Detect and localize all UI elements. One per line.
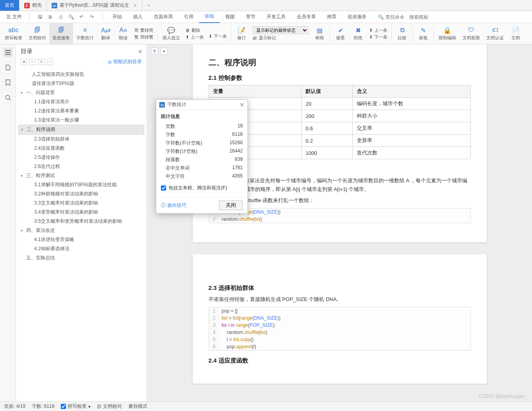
expand-all-icon[interactable]: ▾ — [21, 59, 27, 65]
doc-permission-button[interactable]: 🛡文档权限 — [459, 23, 483, 44]
spellcheck-toggle[interactable]: 拼写检查▾ — [61, 403, 91, 410]
compat-mode-indicator[interactable]: 兼容模式 — [128, 403, 147, 410]
wordcount-button[interactable]: ≡字数统计 — [73, 23, 97, 44]
outline-node[interactable]: 3.5交叉概率和变异概率对算法结果的影响 — [18, 217, 144, 226]
outline-node[interactable]: ▾一、问题背景 — [18, 88, 144, 97]
compare-button[interactable]: ⧉比较 — [393, 23, 411, 44]
next-comment-button[interactable]: ⬇下一条 — [209, 33, 227, 39]
tab-close-icon[interactable]: ✕ — [133, 3, 137, 8]
doc-cert-button[interactable]: 🏷文档认证 — [483, 23, 507, 44]
smart-toc-button[interactable]: ◎ 智能识别目录 — [108, 58, 142, 65]
menu-章节[interactable]: 章节 — [240, 11, 261, 23]
file-menu[interactable]: ☰ 文件 — [3, 14, 25, 20]
outline-node[interactable]: 1.3遗传算法一般步骤 — [18, 116, 144, 125]
dialog-close-icon[interactable]: ✕ — [240, 102, 244, 108]
spellcheck-button[interactable]: abc拼写检查 — [2, 23, 25, 44]
page-indicator[interactable]: 页面: 4/19 — [4, 403, 25, 410]
outline-node[interactable]: 4.1块逆转变异策略 — [18, 235, 144, 244]
restrict-edit-button[interactable]: 🔒限制编辑 — [435, 23, 459, 44]
outline-node[interactable]: 2.4适应度函数 — [18, 144, 144, 153]
outline-node[interactable]: 3.1求解不同规模的TSP问题的算法性能 — [18, 180, 144, 189]
doc-compare-button[interactable]: 🗐文档校对 — [25, 23, 49, 44]
remove-node-icon[interactable]: − — [47, 59, 53, 65]
menu-开始[interactable]: 开始 — [107, 11, 128, 23]
outline-node[interactable]: 2.6迭代过程 — [18, 162, 144, 171]
nav-button[interactable] — [3, 63, 13, 72]
print-preview-icon[interactable]: 🔍 — [68, 14, 75, 21]
menu-审阅[interactable]: 审阅 — [199, 11, 220, 23]
collapse-all-icon[interactable]: − — [29, 59, 36, 65]
prev-icon: ⬆ — [186, 35, 189, 40]
search-input[interactable] — [385, 14, 449, 20]
document-area[interactable]: ¶ ▾ 二、程序说明 2.1 控制参数 变量默认值含义 DNA_SIZE20编码… — [147, 44, 532, 401]
display-mode-select[interactable]: 显示标记的最终状态 — [253, 26, 308, 34]
include-footnotes-checkbox[interactable]: 包括文本框、脚注和尾注(F) — [161, 185, 243, 191]
menu-视图[interactable]: 视图 — [220, 11, 240, 23]
read-button[interactable]: A»朗读 — [114, 23, 132, 44]
doc-dropdown-icon[interactable]: ▾ — [161, 48, 168, 55]
track-changes-button[interactable]: 📝修订 — [233, 23, 250, 44]
delete-comment-button[interactable]: 🗑删除 — [186, 27, 204, 33]
daoke-icon — [24, 3, 30, 8]
review-pane-button[interactable]: ▤审阅 — [311, 23, 328, 44]
target-icon: ◎ — [108, 59, 112, 65]
tab-home[interactable]: 首页 — [0, 0, 19, 11]
outline-node[interactable]: 1.1遗传算法简介 — [18, 97, 144, 106]
command-search[interactable]: 🔍 — [378, 14, 449, 20]
cert-icon: 🏷 — [491, 26, 499, 34]
dialog-title: 字数统计 — [167, 101, 186, 108]
save-icon[interactable]: 🖫 — [37, 14, 44, 21]
outline-node[interactable]: ▾三、程序测试 — [18, 171, 144, 180]
menu-会员专享[interactable]: 会员专享 — [291, 11, 321, 23]
add-node-icon[interactable]: + — [38, 59, 44, 65]
review-service-button[interactable]: 🗐批改服务 — [49, 23, 73, 44]
tab-document[interactable]: W 基于Python实...SP问题 课程论文 ✕ — [47, 0, 142, 11]
redo-icon[interactable]: ↷ — [88, 14, 95, 21]
translate-button[interactable]: A⇄翻译 — [97, 23, 114, 44]
outline-node[interactable]: 遗传算法求TSP问题 — [18, 79, 144, 88]
outline-node[interactable]: 五、实验总结 — [18, 253, 144, 262]
menu-引用[interactable]: 引用 — [178, 11, 199, 23]
trad-to-simp-button[interactable]: 简繁转简 — [134, 27, 153, 33]
outline-node[interactable]: 3.3交叉概率对算法结果的影响 — [18, 199, 144, 208]
delete-icon: 🗑 — [186, 28, 190, 33]
outline-node[interactable]: 4.2锦标赛选择法 — [18, 244, 144, 253]
tab-daoke[interactable]: 稻壳 — [19, 0, 47, 11]
wordcount-indicator[interactable]: 字数: 6116 — [32, 403, 54, 410]
menu-批改服务[interactable]: 批改服务 — [342, 11, 372, 23]
menu-推荐[interactable]: 推荐 — [321, 11, 342, 23]
prev-change-button[interactable]: ⬆上一条 — [369, 27, 387, 33]
menu-页面布局[interactable]: 页面布局 — [148, 11, 178, 23]
undo-icon[interactable]: ↶ — [78, 14, 85, 21]
doc-more-button[interactable]: 📄文档 — [507, 23, 524, 44]
panel-close-icon[interactable]: ✕ — [138, 48, 143, 55]
outline-node[interactable]: 1.2遗传算法基本要素 — [18, 106, 144, 116]
accept-button[interactable]: ✔接受 — [332, 23, 349, 44]
para-mark-icon[interactable]: ¶ — [151, 48, 158, 55]
menu-开发工具[interactable]: 开发工具 — [261, 11, 291, 23]
dialog-close-button[interactable]: 关闭 — [219, 201, 243, 210]
show-marks-button[interactable]: 🗹显示标记 — [253, 35, 308, 41]
tips-link[interactable]: ⓘ 操作技巧 — [161, 202, 186, 209]
pen-button[interactable]: ✎画笔 — [414, 23, 432, 44]
insert-comment-button[interactable]: 💬插入批注 — [159, 23, 183, 44]
outline-node[interactable]: ▾四、算法改进 — [18, 226, 144, 235]
outline-node[interactable]: 2.5遗传操作 — [18, 153, 144, 162]
outline-panel-button[interactable] — [3, 48, 13, 57]
menu-插入[interactable]: 插入 — [128, 11, 148, 23]
bookmark-button[interactable] — [3, 78, 13, 87]
outline-node[interactable]: 人工智能第四次实验报告 — [18, 70, 144, 79]
simp-to-trad-button[interactable]: 繁简转繁 — [134, 34, 153, 40]
print-icon[interactable]: ⎙ — [57, 14, 64, 21]
outline-node[interactable]: 2.3选择初始群体 — [18, 135, 144, 144]
outline-node[interactable]: 3.2种群规模对算法结果的影响 — [18, 189, 144, 199]
proofread-toggle[interactable]: ☒文档校对 — [97, 403, 122, 410]
reject-button[interactable]: ✖拒绝 — [349, 23, 367, 44]
new-tab-button[interactable]: ＋ — [142, 0, 155, 11]
find-button[interactable] — [3, 93, 13, 102]
save-as-icon[interactable]: 🗎 — [47, 14, 54, 21]
next-change-button[interactable]: ⬇下一条 — [369, 34, 387, 40]
prev-comment-button[interactable]: ⬆上一条 — [186, 34, 204, 40]
outline-node[interactable]: ▾二、程序说明 — [18, 125, 144, 135]
outline-node[interactable]: 3.4变异概率对算法结果的影响 — [18, 208, 144, 217]
